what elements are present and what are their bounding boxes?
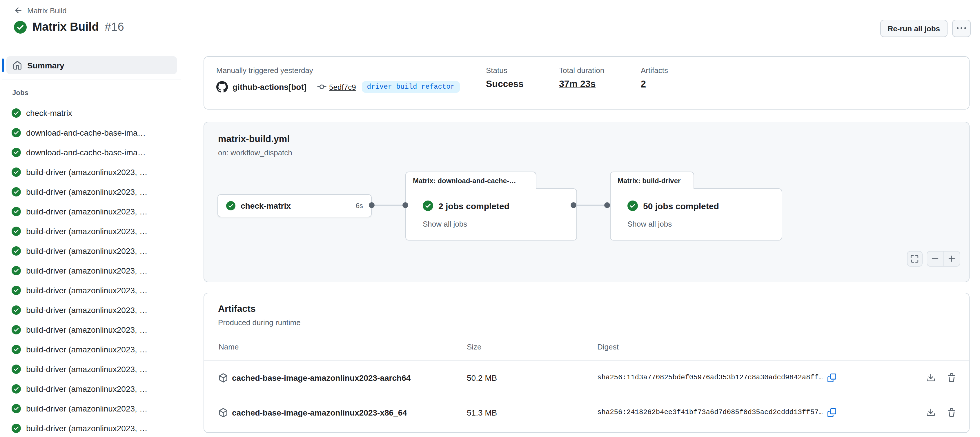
arrow-left-icon bbox=[14, 6, 23, 15]
branch-badge[interactable]: driver-build-refactor bbox=[362, 81, 460, 93]
status-label: Status bbox=[486, 66, 523, 75]
group-tab-label: Matrix: download-and-cache-… bbox=[413, 176, 516, 184]
job-success-icon bbox=[11, 345, 21, 354]
kebab-icon bbox=[957, 24, 966, 33]
job-success-icon bbox=[11, 286, 21, 295]
sidebar-job-item[interactable]: build-driver (amazonlinux2023, … bbox=[0, 221, 181, 241]
more-options-button[interactable] bbox=[952, 20, 971, 37]
dash-icon bbox=[931, 254, 940, 263]
artifacts-stat: Artifacts 2 bbox=[641, 66, 668, 89]
sidebar-job-item[interactable]: download-and-cache-base-ima… bbox=[0, 143, 181, 162]
github-avatar-icon bbox=[216, 81, 228, 93]
zoom-in-button[interactable] bbox=[943, 251, 960, 267]
sidebar-job-item[interactable]: build-driver (amazonlinux2023, … bbox=[0, 162, 181, 182]
breadcrumb-label: Matrix Build bbox=[27, 6, 67, 15]
graph-connector-dot bbox=[571, 202, 576, 208]
job-name: build-driver (amazonlinux2023, … bbox=[26, 207, 148, 216]
download-artifact-button[interactable] bbox=[926, 408, 935, 417]
copy-icon[interactable] bbox=[827, 408, 836, 417]
sidebar-item-summary[interactable]: Summary bbox=[6, 56, 177, 74]
status-stat: Status Success bbox=[486, 66, 523, 89]
job-success-icon bbox=[11, 167, 21, 177]
sidebar-job-item[interactable]: build-driver (amazonlinux2023, … bbox=[0, 281, 181, 300]
job-name: build-driver (amazonlinux2023, … bbox=[26, 325, 148, 334]
artifacts-table-body: cached-base-image-amazonlinux2023-aarch6… bbox=[204, 360, 969, 429]
matrix-group-download: 2 jobs completed Show all jobs bbox=[405, 188, 577, 240]
matrix-group-tab-download[interactable]: Matrix: download-and-cache-… bbox=[405, 172, 536, 189]
artifact-name-cell: cached-base-image-amazonlinux2023-x86_64 bbox=[219, 408, 407, 417]
actor-row: github-actions[bot] 5edf7c9 driver-build… bbox=[216, 81, 460, 93]
commit-sha-link[interactable]: 5edf7c9 bbox=[329, 83, 356, 91]
home-icon bbox=[13, 60, 22, 70]
run-title-row: Matrix Build #16 bbox=[14, 20, 124, 33]
graph-connector-line bbox=[375, 205, 405, 206]
package-icon bbox=[219, 408, 228, 417]
artifact-digest-cell: sha256:2418262b4ee3f41bf73a6d7d085f0d35a… bbox=[597, 408, 836, 417]
duration-value[interactable]: 37m 23s bbox=[559, 79, 604, 89]
job-success-icon bbox=[11, 148, 21, 157]
zoom-out-button[interactable] bbox=[927, 251, 943, 267]
artifacts-count-value[interactable]: 2 bbox=[641, 79, 668, 89]
workflow-trigger-event: on: workflow_dispatch bbox=[218, 148, 292, 157]
artifact-size: 51.3 MB bbox=[467, 408, 497, 417]
delete-artifact-button[interactable] bbox=[947, 373, 956, 382]
sidebar-job-item[interactable]: build-driver (amazonlinux2023, … bbox=[0, 340, 181, 359]
actor-name[interactable]: github-actions[bot] bbox=[232, 82, 307, 92]
node-name: check-matrix bbox=[241, 201, 291, 210]
sidebar-job-item[interactable]: build-driver (amazonlinux2023, … bbox=[0, 418, 181, 437]
copy-icon[interactable] bbox=[827, 373, 836, 382]
fullscreen-button[interactable] bbox=[907, 251, 923, 267]
sidebar-job-item[interactable]: build-driver (amazonlinux2023, … bbox=[0, 359, 181, 379]
rerun-all-jobs-button[interactable]: Re-run all jobs bbox=[880, 20, 948, 37]
sidebar-job-item[interactable]: build-driver (amazonlinux2023, … bbox=[0, 379, 181, 399]
trash-icon bbox=[947, 373, 956, 382]
job-success-icon bbox=[11, 404, 21, 413]
job-name: download-and-cache-base-ima… bbox=[26, 128, 146, 137]
jobs-section-label: Jobs bbox=[12, 89, 29, 97]
sidebar-job-item[interactable]: build-driver (amazonlinux2023, … bbox=[0, 241, 181, 261]
artifact-name[interactable]: cached-base-image-amazonlinux2023-aarch6… bbox=[232, 373, 410, 382]
success-status-icon bbox=[14, 21, 27, 33]
sidebar-job-item[interactable]: build-driver (amazonlinux2023, … bbox=[0, 399, 181, 418]
sidebar-divider bbox=[2, 79, 181, 79]
sidebar-job-item[interactable]: build-driver (amazonlinux2023, … bbox=[0, 300, 181, 320]
job-success-icon bbox=[11, 384, 21, 394]
show-all-jobs-link[interactable]: Show all jobs bbox=[627, 220, 672, 228]
breadcrumb[interactable]: Matrix Build bbox=[14, 6, 67, 15]
graph-connector-line bbox=[573, 205, 607, 206]
job-name: build-driver (amazonlinux2023, … bbox=[26, 384, 148, 394]
group-status-row: 2 jobs completed bbox=[423, 200, 509, 211]
sidebar-job-item[interactable]: check-matrix bbox=[0, 103, 181, 123]
column-size: Size bbox=[467, 343, 482, 351]
download-artifact-button[interactable] bbox=[926, 373, 935, 382]
plus-icon bbox=[948, 254, 956, 263]
sidebar-job-item[interactable]: download-and-cache-base-ima… bbox=[0, 123, 181, 143]
sidebar-job-item[interactable]: build-driver (amazonlinux2023, … bbox=[0, 202, 181, 221]
sidebar-job-item[interactable]: build-driver (amazonlinux2023, … bbox=[0, 182, 181, 202]
graph-node-check-matrix[interactable]: check-matrix 6s bbox=[218, 194, 372, 217]
matrix-group-tab-build-driver[interactable]: Matrix: build-driver bbox=[610, 172, 694, 189]
job-name: build-driver (amazonlinux2023, … bbox=[26, 404, 148, 413]
trash-icon bbox=[947, 408, 956, 417]
group-success-icon bbox=[423, 200, 433, 211]
status-value: Success bbox=[486, 79, 523, 89]
artifact-name[interactable]: cached-base-image-amazonlinux2023-x86_64 bbox=[232, 408, 407, 417]
artifacts-count-label: Artifacts bbox=[641, 66, 668, 75]
job-success-icon bbox=[11, 108, 21, 118]
artifact-row: cached-base-image-amazonlinux2023-aarch6… bbox=[204, 360, 969, 395]
duration-stat: Total duration 37m 23s bbox=[559, 66, 604, 89]
show-all-jobs-link[interactable]: Show all jobs bbox=[423, 220, 467, 228]
download-icon bbox=[926, 408, 935, 417]
group-status-row: 50 jobs completed bbox=[627, 200, 719, 211]
artifact-name-cell: cached-base-image-amazonlinux2023-aarch6… bbox=[219, 373, 410, 382]
graph-connector-dot bbox=[369, 202, 375, 208]
job-success-icon bbox=[11, 266, 21, 275]
sidebar-job-item[interactable]: build-driver (amazonlinux2023, … bbox=[0, 320, 181, 340]
artifact-digest-cell: sha256:11d3a770825bdef05976ad353b127c8a3… bbox=[597, 373, 836, 382]
sidebar-job-item[interactable]: build-driver (amazonlinux2023, … bbox=[0, 261, 181, 281]
workflow-file-name: matrix-build.yml bbox=[218, 134, 290, 144]
delete-artifact-button[interactable] bbox=[947, 408, 956, 417]
duration-label: Total duration bbox=[559, 66, 604, 75]
job-success-icon bbox=[11, 246, 21, 256]
group-success-icon bbox=[627, 200, 638, 211]
